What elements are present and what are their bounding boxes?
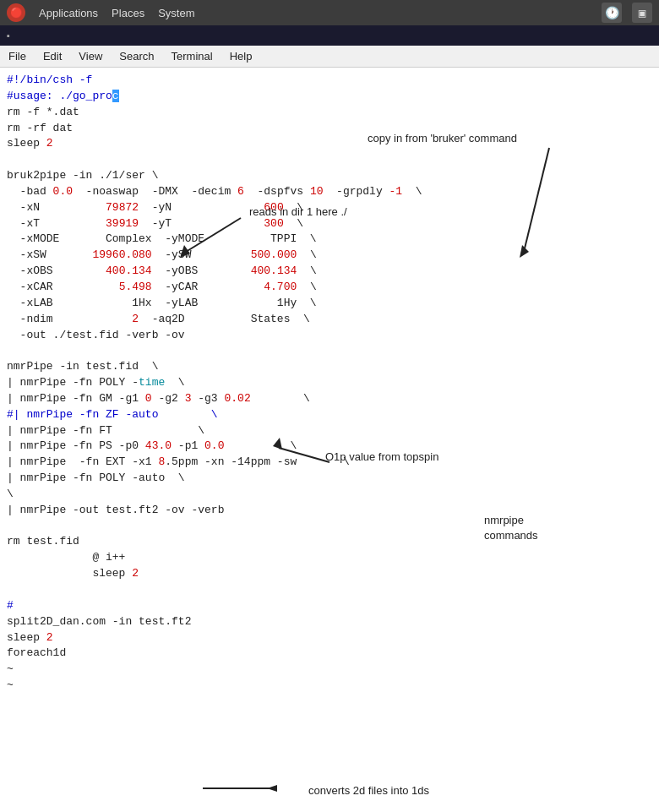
applications-menu[interactable]: Applications bbox=[39, 7, 98, 19]
file-menu[interactable]: File bbox=[3, 48, 31, 64]
places-menu[interactable]: Places bbox=[112, 7, 144, 19]
clock-icon: 🕐 bbox=[602, 3, 622, 23]
terminal-menu[interactable]: Terminal bbox=[166, 48, 218, 64]
search-menu[interactable]: Search bbox=[114, 48, 159, 64]
svg-marker-7 bbox=[267, 785, 277, 792]
converts-annotation: converts 2d files into 1ds bbox=[308, 783, 429, 799]
code-editor[interactable]: #!/bin/csh -f #usage: ./go_proc rm -f *.… bbox=[0, 68, 659, 812]
system-menu[interactable]: System bbox=[158, 7, 194, 19]
app-menubar: File Edit View Search Terminal Help bbox=[0, 46, 659, 68]
code-content: #!/bin/csh -f #usage: ./go_proc rm -f *.… bbox=[7, 73, 652, 694]
wm-icon: ▪ bbox=[7, 30, 10, 41]
desktop-menubar: 🔴 Applications Places System 🕐 ▣ bbox=[0, 0, 659, 25]
view-menu[interactable]: View bbox=[74, 48, 107, 64]
window-titlebar: ▪ bbox=[0, 25, 659, 46]
app-icon: 🔴 bbox=[7, 3, 25, 22]
help-menu[interactable]: Help bbox=[225, 48, 258, 64]
terminal-icon[interactable]: ▣ bbox=[632, 3, 652, 23]
edit-menu[interactable]: Edit bbox=[38, 48, 67, 64]
top-icons: 🕐 ▣ bbox=[602, 3, 652, 23]
